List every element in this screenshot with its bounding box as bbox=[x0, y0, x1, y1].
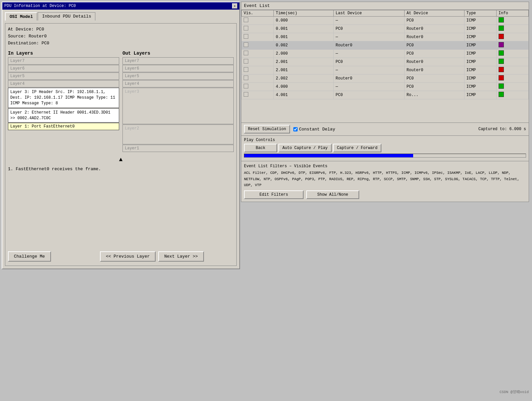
close-button[interactable]: × bbox=[232, 3, 237, 9]
table-row[interactable]: 0.001—Router0ICMP bbox=[242, 33, 529, 41]
pdu-content: OSI Model Inbound PDU Details At Device:… bbox=[2, 10, 239, 269]
row-at-device: Ro... bbox=[405, 91, 464, 99]
row-time: 2.001 bbox=[274, 66, 334, 75]
captured-info: Captured to: 6.000 s bbox=[478, 127, 526, 131]
table-row[interactable]: 0.000—PC0ICMP bbox=[242, 17, 529, 25]
table-row[interactable]: 2.002Router0PC0ICMP bbox=[242, 75, 529, 83]
show-all-none-button[interactable]: Show All/None bbox=[306, 190, 359, 199]
row-info bbox=[496, 33, 528, 41]
captured-label: Captured to: bbox=[478, 127, 507, 131]
out-layer-7[interactable]: Layer7 bbox=[122, 57, 234, 65]
row-time: 4.001 bbox=[274, 91, 334, 99]
row-vis bbox=[242, 58, 274, 66]
row-info bbox=[496, 50, 528, 58]
capture-forward-button[interactable]: Capture / Forward bbox=[333, 144, 381, 152]
edit-filters-button[interactable]: Edit Filters bbox=[244, 190, 304, 199]
row-vis bbox=[242, 91, 274, 99]
filters-section: Event List Filters – Visible Events ACL … bbox=[241, 161, 529, 202]
constant-delay-label: Constant Delay bbox=[293, 127, 335, 132]
row-time: 2.002 bbox=[274, 75, 334, 83]
row-type: ICMP bbox=[464, 75, 496, 83]
tab-inbound-pdu[interactable]: Inbound PDU Details bbox=[38, 12, 95, 21]
in-layer-1[interactable]: Layer 1: Port FastEthernet0 bbox=[8, 123, 119, 130]
row-time: 2.000 bbox=[274, 50, 334, 58]
row-type: ICMP bbox=[464, 50, 496, 58]
row-at-device: PC0 bbox=[405, 50, 464, 58]
progress-bar-container bbox=[244, 154, 526, 158]
filters-text: ACL Filter, CDP, DHCPv6, DTP, EIGRPv6, F… bbox=[244, 170, 526, 188]
table-row[interactable]: 2.001PC0Router0ICMP bbox=[242, 58, 529, 66]
row-type: ICMP bbox=[464, 58, 496, 66]
constant-delay-checkbox[interactable] bbox=[293, 127, 298, 131]
col-at-device: At Device bbox=[405, 10, 464, 17]
row-type: ICMP bbox=[464, 33, 496, 41]
row-type: ICMP bbox=[464, 91, 496, 99]
row-info bbox=[496, 66, 528, 75]
row-last-device: PC0 bbox=[333, 58, 404, 66]
out-layer-1[interactable]: Layer1 bbox=[122, 145, 234, 152]
table-row[interactable]: 2.000—PC0ICMP bbox=[242, 50, 529, 58]
previous-layer-button[interactable]: << Previous Layer bbox=[100, 251, 156, 262]
play-controls-section: Play Controls Back Auto Capture / Play C… bbox=[241, 136, 529, 161]
tab-content-osi: At Device: PC0 Source: Router0 Destinati… bbox=[5, 23, 237, 266]
destination-label: Destination: PC0 bbox=[8, 40, 234, 47]
row-at-device: PC0 bbox=[405, 41, 464, 50]
row-vis bbox=[242, 66, 274, 75]
play-controls-title: Play Controls bbox=[244, 138, 526, 142]
out-layer-5[interactable]: Layer5 bbox=[122, 73, 234, 80]
in-layer-5[interactable]: Layer5 bbox=[8, 73, 119, 80]
row-last-device: Router0 bbox=[333, 75, 404, 83]
out-layer-6[interactable]: Layer6 bbox=[122, 65, 234, 72]
in-layer-7[interactable]: Layer7 bbox=[8, 57, 119, 65]
col-time: Time(sec) bbox=[274, 10, 334, 17]
challenge-me-button[interactable]: Challenge Me bbox=[8, 251, 51, 262]
row-last-device: — bbox=[333, 83, 404, 91]
source-label: Source: Router0 bbox=[8, 33, 234, 40]
event-table-container[interactable]: Vis. Time(sec) Last Device At Device Typ… bbox=[241, 10, 529, 123]
in-layer-3[interactable]: Layer 3: IP Header Src. IP: 192.168.1.1,… bbox=[8, 88, 119, 108]
table-row[interactable]: 4.000—PC0ICMP bbox=[242, 83, 529, 91]
row-time: 4.000 bbox=[274, 83, 334, 91]
auto-capture-button[interactable]: Auto Capture / Play bbox=[278, 144, 332, 152]
in-layer-2[interactable]: Layer 2: Ethernet II Header 0001.43ED.3D… bbox=[8, 108, 119, 123]
layer-arrow: ▲ bbox=[8, 156, 234, 163]
row-time: 0.002 bbox=[274, 41, 334, 50]
layers-container: In Layers Layer7 Layer6 Layer5 Layer4 La… bbox=[8, 51, 234, 152]
row-last-device: — bbox=[333, 33, 404, 41]
progress-bar-fill bbox=[244, 154, 413, 157]
description-area: 1. FastEthernet0 receives the frame. bbox=[8, 166, 234, 249]
table-row[interactable]: 4.001PC0Ro...ICMP bbox=[242, 91, 529, 99]
col-vis: Vis. bbox=[242, 10, 274, 17]
row-vis bbox=[242, 75, 274, 83]
out-layer-3[interactable]: Layer3 bbox=[122, 88, 234, 124]
pdu-title: PDU Information at Device: PC0 bbox=[4, 4, 76, 8]
in-layers-title: In Layers bbox=[8, 51, 119, 56]
row-at-device: PC0 bbox=[405, 83, 464, 91]
out-layer-2[interactable]: Layer2 bbox=[122, 125, 234, 144]
table-row[interactable]: 0.001PC0Router0ICMP bbox=[242, 25, 529, 33]
event-table-body: 0.000—PC0ICMP0.001PC0Router0ICMP0.001—Ro… bbox=[242, 17, 529, 99]
event-list-title: Event List bbox=[241, 2, 529, 10]
row-at-device: Router0 bbox=[405, 66, 464, 75]
pdu-titlebar: PDU Information at Device: PC0 × bbox=[2, 2, 239, 10]
row-vis bbox=[242, 83, 274, 91]
row-info bbox=[496, 83, 528, 91]
in-layer-4[interactable]: Layer4 bbox=[8, 80, 119, 87]
reset-simulation-button[interactable]: Reset Simulation bbox=[244, 125, 290, 133]
constant-delay-text: Constant Delay bbox=[299, 127, 335, 132]
tab-bar: OSI Model Inbound PDU Details bbox=[5, 12, 237, 21]
row-last-device: PC0 bbox=[333, 91, 404, 99]
tab-osi-model[interactable]: OSI Model bbox=[5, 12, 37, 21]
event-table-header: Vis. Time(sec) Last Device At Device Typ… bbox=[242, 10, 529, 17]
row-time: 0.001 bbox=[274, 25, 334, 33]
back-button[interactable]: Back bbox=[244, 144, 277, 152]
row-time: 2.001 bbox=[274, 58, 334, 66]
out-layer-4[interactable]: Layer4 bbox=[122, 80, 234, 87]
in-layer-6[interactable]: Layer6 bbox=[8, 65, 119, 72]
table-row[interactable]: 2.001—Router0ICMP bbox=[242, 66, 529, 75]
row-type: ICMP bbox=[464, 25, 496, 33]
row-vis bbox=[242, 25, 274, 33]
row-info bbox=[496, 75, 528, 83]
next-layer-button[interactable]: Next Layer >> bbox=[158, 251, 204, 262]
table-row[interactable]: 0.002Router0PC0ICMP bbox=[242, 41, 529, 50]
